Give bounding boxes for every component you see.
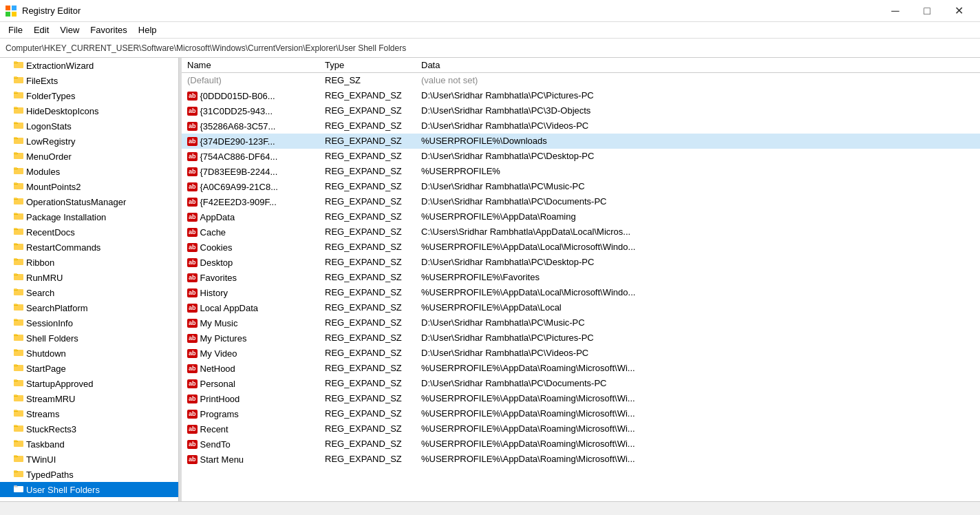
tree-item-10[interactable]: Package Installation	[0, 209, 178, 224]
table-row[interactable]: (Default)REG_SZ(value not set)	[182, 73, 980, 88]
tree-item-21[interactable]: StartupApproved	[0, 376, 178, 391]
tree-item-23[interactable]: Streams	[0, 406, 178, 421]
tree-item-15[interactable]: Search	[0, 285, 178, 300]
table-row[interactable]: abPrintHoodREG_EXPAND_SZ%USERPROFILE%\Ap…	[182, 391, 980, 406]
tree-item-0[interactable]: ExtractionWizard	[0, 58, 178, 73]
table-row[interactable]: ab{7D83EE9B-2244...REG_EXPAND_SZ%USERPRO…	[182, 164, 980, 179]
cell-name: ab{0DDD015D-B06...	[182, 88, 319, 103]
svg-rect-6	[14, 61, 17, 63]
tree-item-14[interactable]: RunMRU	[0, 270, 178, 285]
table-row[interactable]: abCacheREG_EXPAND_SZC:\Users\Sridhar Ram…	[182, 224, 980, 240]
table-row[interactable]: abLocal AppDataREG_EXPAND_SZ%USERPROFILE…	[182, 300, 980, 315]
tree-item-25[interactable]: Taskband	[0, 437, 178, 452]
table-row[interactable]: ab{0DDD015D-B06...REG_EXPAND_SZD:\User\S…	[182, 88, 980, 103]
tree-item-22[interactable]: StreamMRU	[0, 391, 178, 406]
tree-item-1[interactable]: FileExts	[0, 73, 178, 88]
reg-name-cell: ab{374DE290-123F...	[187, 136, 275, 147]
svg-rect-36	[14, 213, 17, 214]
menu-item-favorites[interactable]: Favorites	[85, 23, 132, 36]
svg-rect-51	[14, 288, 17, 290]
cell-data: D:\User\Sridhar Rambhatla\PC\Desktop-PC	[416, 255, 980, 270]
menu-item-file[interactable]: File	[3, 23, 28, 36]
table-row[interactable]: abMy PicturesREG_EXPAND_SZD:\User\Sridha…	[182, 330, 980, 346]
tree-item-4[interactable]: LogonStats	[0, 118, 178, 134]
ab-badge-icon: ab	[187, 167, 198, 176]
table-row[interactable]: abNetHoodREG_EXPAND_SZ%USERPROFILE%\AppD…	[182, 361, 980, 376]
tree-item-2[interactable]: FolderTypes	[0, 88, 178, 103]
tree-item-label: Shell Folders	[26, 333, 78, 344]
reg-name-cell: abMy Music	[187, 318, 237, 328]
table-row[interactable]: ab{31C0DD25-943...REG_EXPAND_SZD:\User\S…	[182, 103, 980, 118]
svg-rect-12	[14, 92, 17, 93]
tree-item-24[interactable]: StuckRects3	[0, 421, 178, 437]
table-row[interactable]: abSendToREG_EXPAND_SZ%USERPROFILE%\AppDa…	[182, 437, 980, 452]
cell-name: ab{7D83EE9B-2244...	[182, 164, 319, 179]
table-row[interactable]: abAppDataREG_EXPAND_SZ%USERPROFILE%\AppD…	[182, 209, 980, 224]
cell-type: REG_EXPAND_SZ	[319, 315, 416, 330]
tree-item-19[interactable]: Shutdown	[0, 346, 178, 361]
menu-bar: FileEditViewFavoritesHelp	[0, 22, 980, 39]
menu-item-edit[interactable]: Edit	[28, 23, 54, 36]
col-data[interactable]: Data	[416, 58, 980, 73]
table-row[interactable]: abProgramsREG_EXPAND_SZ%USERPROFILE%\App…	[182, 406, 980, 421]
table-row[interactable]: abMy VideoREG_EXPAND_SZD:\User\Sridhar R…	[182, 346, 980, 361]
tree-item-16[interactable]: SearchPlatform	[0, 300, 178, 315]
ab-badge-icon: ab	[187, 243, 198, 252]
tree-item-label: LogonStats	[26, 121, 72, 132]
tree-item-3[interactable]: HideDesktopIcons	[0, 103, 178, 118]
tree-item-5[interactable]: LowRegistry	[0, 134, 178, 149]
app-icon	[6, 6, 17, 17]
data-pane[interactable]: Name Type Data (Default)REG_SZ(value not…	[182, 58, 980, 501]
table-row[interactable]: abRecentREG_EXPAND_SZ%USERPROFILE%\AppDa…	[182, 421, 980, 437]
table-row[interactable]: ab{A0C69A99-21C8...REG_EXPAND_SZD:\User\…	[182, 179, 980, 194]
col-name[interactable]: Name	[182, 58, 319, 73]
cell-name: ab{754AC886-DF64...	[182, 149, 319, 164]
menu-item-view[interactable]: View	[54, 23, 85, 36]
cell-name: ab{A0C69A99-21C8...	[182, 179, 319, 194]
tree-item-20[interactable]: StartPage	[0, 361, 178, 376]
tree-item-28[interactable]: User Shell Folders	[0, 482, 178, 497]
table-row[interactable]: abFavoritesREG_EXPAND_SZ%USERPROFILE%\Fa…	[182, 270, 980, 285]
table-row[interactable]: abDesktopREG_EXPAND_SZD:\User\Sridhar Ra…	[182, 255, 980, 270]
folder-icon	[14, 348, 23, 359]
reg-name-cell: ab{0DDD015D-B06...	[187, 91, 275, 101]
minimize-button[interactable]: ─	[880, 0, 911, 22]
cell-name: ab{F42EE2D3-909F...	[182, 194, 319, 209]
table-row[interactable]: abHistoryREG_EXPAND_SZ%USERPROFILE%\AppD…	[182, 285, 980, 300]
tree-item-9[interactable]: OperationStatusManager	[0, 194, 178, 209]
tree-item-6[interactable]: MenuOrder	[0, 149, 178, 164]
ab-badge-icon: ab	[187, 319, 198, 328]
tree-item-12[interactable]: RestartCommands	[0, 240, 178, 255]
reg-name-text: {A0C69A99-21C8...	[200, 182, 278, 192]
tree-item-27[interactable]: TypedPaths	[0, 467, 178, 482]
tree-item-26[interactable]: TWinUI	[0, 452, 178, 467]
maximize-button[interactable]: □	[911, 0, 943, 22]
tree-item-13[interactable]: Ribbon	[0, 255, 178, 270]
menu-item-help[interactable]: Help	[133, 23, 162, 36]
tree-item-11[interactable]: RecentDocs	[0, 224, 178, 240]
tree-item-8[interactable]: MountPoints2	[0, 179, 178, 194]
cell-type: REG_EXPAND_SZ	[319, 255, 416, 270]
cell-data: (value not set)	[416, 73, 980, 88]
col-type[interactable]: Type	[319, 58, 416, 73]
table-row[interactable]: abPersonalREG_EXPAND_SZD:\User\Sridhar R…	[182, 376, 980, 391]
cell-type: REG_EXPAND_SZ	[319, 406, 416, 421]
table-row[interactable]: ab{35286A68-3C57...REG_EXPAND_SZD:\User\…	[182, 118, 980, 134]
svg-rect-1	[12, 6, 17, 10]
ab-badge-icon: ab	[187, 288, 198, 297]
table-row[interactable]: abMy MusicREG_EXPAND_SZD:\User\Sridhar R…	[182, 315, 980, 330]
cell-data: %USERPROFILE%\AppData\Roaming\Microsoft\…	[416, 421, 980, 437]
cell-type: REG_EXPAND_SZ	[319, 224, 416, 240]
table-row[interactable]: abStart MenuREG_EXPAND_SZ%USERPROFILE%\A…	[182, 452, 980, 467]
tree-item-7[interactable]: Modules	[0, 164, 178, 179]
tree-item-18[interactable]: Shell Folders	[0, 330, 178, 346]
table-row[interactable]: ab{754AC886-DF64...REG_EXPAND_SZD:\User\…	[182, 149, 980, 164]
tree-item-label: StartPage	[26, 364, 66, 374]
tree-item-17[interactable]: SessionInfo	[0, 315, 178, 330]
svg-rect-30	[14, 182, 17, 184]
table-row[interactable]: abCookiesREG_EXPAND_SZ%USERPROFILE%\AppD…	[182, 240, 980, 255]
tree-pane[interactable]: ExtractionWizard FileExts FolderTypes Hi…	[0, 58, 179, 501]
table-row[interactable]: ab{F42EE2D3-909F...REG_EXPAND_SZD:\User\…	[182, 194, 980, 209]
table-row[interactable]: ab{374DE290-123F...REG_EXPAND_SZ%USERPRO…	[182, 134, 980, 149]
close-button[interactable]: ✕	[943, 0, 974, 22]
